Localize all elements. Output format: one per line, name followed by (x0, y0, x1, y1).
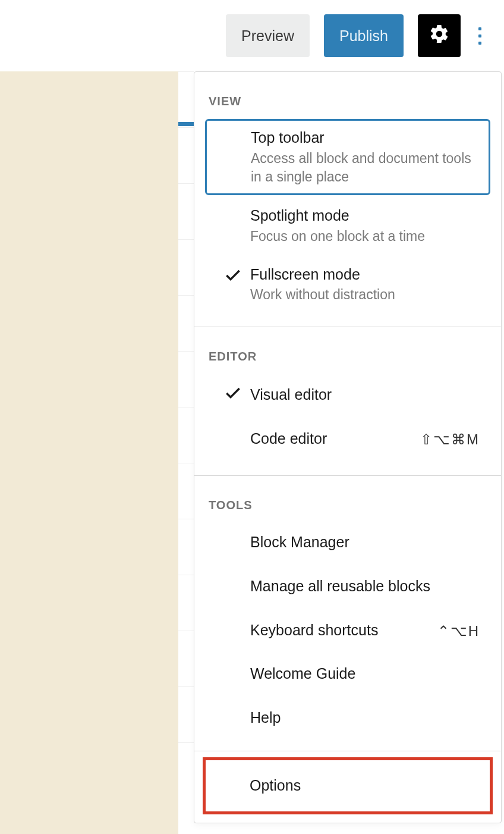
menu-item-options[interactable]: Options (203, 757, 493, 814)
menu-item-desc: Work without distraction (250, 286, 480, 304)
menu-item-title: Spotlight mode (250, 206, 480, 226)
section-label-tools: TOOLS (194, 476, 501, 521)
menu-item-title: Welcome Guide (250, 664, 480, 684)
more-options-button[interactable] (475, 24, 485, 48)
check-slot (216, 384, 250, 405)
dot-icon (478, 42, 481, 45)
menu-item-visual-editor[interactable]: Visual editor (205, 372, 490, 417)
menu-item-title: Visual editor (250, 385, 480, 405)
section-label-editor: EDITOR (194, 327, 501, 372)
dot-icon (478, 35, 481, 37)
menu-item-desc: Focus on one block at a time (250, 227, 480, 246)
publish-button[interactable]: Publish (324, 14, 404, 57)
preview-button[interactable]: Preview (226, 14, 310, 57)
menu-item-top-toolbar[interactable]: Top toolbar Access all block and documen… (205, 119, 490, 195)
check-slot (216, 128, 251, 129)
editor-topbar: Preview Publish (0, 0, 504, 71)
section-label-view: VIEW (194, 72, 501, 117)
check-slot (216, 206, 250, 207)
menu-item-title: Code editor (250, 429, 413, 449)
menu-item-title: Top toolbar (251, 128, 479, 148)
menu-item-code-editor[interactable]: Code editor ⇧⌥⌘M (205, 417, 490, 461)
menu-item-block-manager[interactable]: Block Manager (205, 521, 490, 565)
menu-item-fullscreen-mode[interactable]: Fullscreen mode Work without distraction (205, 256, 490, 313)
menu-item-keyboard-shortcuts[interactable]: Keyboard shortcuts ⌃⌥H (205, 609, 490, 653)
keyboard-shortcut: ⌃⌥H (430, 622, 480, 639)
check-icon (223, 384, 242, 405)
menu-item-title: Fullscreen mode (250, 265, 480, 285)
check-slot (216, 265, 250, 287)
check-icon (223, 266, 242, 287)
content-background (0, 71, 178, 834)
options-dropdown-menu: VIEW Top toolbar Access all block and do… (194, 71, 502, 823)
menu-item-help[interactable]: Help (205, 696, 490, 740)
menu-item-title: Block Manager (250, 532, 480, 553)
menu-item-spotlight-mode[interactable]: Spotlight mode Focus on one block at a t… (205, 197, 490, 254)
menu-item-desc: Access all block and document tools in a… (251, 149, 479, 186)
menu-item-title: Options (250, 776, 301, 796)
menu-item-title: Manage all reusable blocks (250, 576, 480, 597)
dot-icon (478, 27, 481, 30)
menu-item-title: Help (250, 708, 480, 728)
keyboard-shortcut: ⇧⌥⌘M (413, 430, 480, 448)
menu-item-title: Keyboard shortcuts (250, 620, 430, 641)
check-slot (215, 776, 250, 796)
row-gridlines (178, 71, 194, 834)
gear-icon (429, 23, 450, 48)
settings-button[interactable] (418, 14, 461, 57)
menu-item-welcome-guide[interactable]: Welcome Guide (205, 652, 490, 696)
menu-item-manage-reusable-blocks[interactable]: Manage all reusable blocks (205, 565, 490, 609)
